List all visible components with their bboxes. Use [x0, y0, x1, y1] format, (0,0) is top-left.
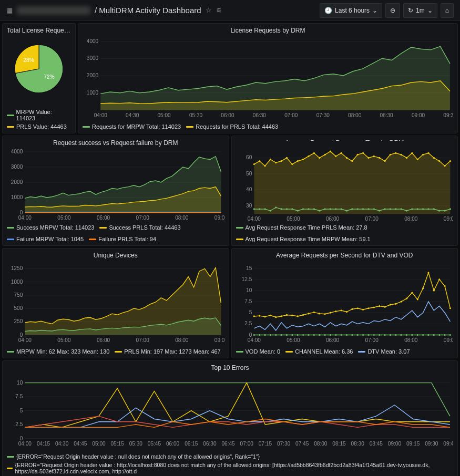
svg-point-104	[335, 208, 336, 210]
svg-text:2.5: 2.5	[15, 421, 23, 427]
svg-point-219	[351, 334, 353, 336]
svg-point-102	[324, 208, 325, 210]
zoom-out-button[interactable]: ⊖	[385, 3, 400, 18]
svg-text:09:30: 09:30	[425, 441, 438, 447]
legend-item[interactable]: Requests for PRLS Total: 44463	[186, 123, 278, 130]
svg-point-57	[280, 160, 282, 162]
svg-text:06:15: 06:15	[185, 441, 198, 447]
legend-item[interactable]: Failure MRPW Total: 1045	[7, 236, 84, 242]
legend-item[interactable]: PRLS Min: 197 Max: 1273 Mean: 467	[115, 348, 220, 355]
svg-text:04:00: 04:00	[247, 216, 261, 222]
svg-point-105	[340, 208, 342, 210]
svg-point-117	[405, 210, 407, 211]
svg-text:4000: 4000	[87, 38, 99, 44]
legend-item[interactable]: DTV Mean: 3.07	[358, 348, 410, 355]
svg-point-201	[253, 334, 254, 336]
legend: Requests for MRPW Total: 114023Requests …	[83, 123, 453, 130]
svg-text:06:00: 06:00	[325, 216, 339, 222]
zoom-out-icon: ⊖	[390, 7, 395, 14]
legend-item[interactable]: Success MRPW Total: 114023	[7, 224, 94, 231]
svg-text:05:00: 05:00	[158, 112, 171, 118]
svg-text:09:00: 09:00	[443, 216, 453, 222]
svg-point-176	[319, 313, 320, 314]
refresh-button[interactable]: ↻ 1m ⌄	[403, 3, 437, 18]
panel-rps: Average Requests per Second for DTV and …	[231, 248, 458, 358]
svg-point-85	[433, 157, 434, 159]
svg-point-91	[264, 208, 265, 210]
svg-point-202	[259, 334, 260, 336]
svg-point-84	[427, 152, 429, 153]
legend-item[interactable]: PRLS Value: 44463	[7, 123, 71, 130]
star-icon[interactable]: ☆	[206, 6, 212, 14]
dashboard-icon[interactable]: ▦	[6, 6, 13, 14]
legend-item[interactable]: {ERROR="Request Origin header value : ht…	[7, 462, 453, 474]
svg-point-118	[411, 208, 413, 210]
svg-point-203	[264, 334, 265, 336]
legend-item[interactable]: CHANNEL Mean: 6.36	[285, 348, 353, 355]
svg-text:07:00: 07:00	[136, 337, 150, 343]
svg-text:04:00: 04:00	[18, 215, 32, 221]
svg-point-233	[427, 334, 429, 336]
svg-point-64	[319, 157, 320, 159]
svg-point-83	[422, 153, 423, 155]
legend-item[interactable]: Avg Request Response Time PRLS Mean: 27.…	[236, 224, 367, 231]
svg-point-206	[280, 334, 282, 336]
legend-item[interactable]: {ERROR="Request Origin header value : nu…	[7, 453, 453, 460]
legend-item[interactable]: Avg Request Response Time MRPW Mean: 59.…	[236, 236, 371, 242]
legend-item[interactable]: MRPW Value: 114023	[7, 109, 71, 121]
svg-text:04:15: 04:15	[37, 441, 50, 447]
svg-text:05:30: 05:30	[129, 441, 143, 447]
svg-point-107	[351, 208, 353, 210]
svg-point-189	[389, 304, 391, 305]
svg-point-177	[324, 313, 325, 315]
breadcrumb[interactable]: / MultiDRM Activity Dashboard	[95, 6, 201, 15]
svg-text:06:30: 06:30	[253, 112, 267, 118]
svg-text:3000: 3000	[87, 55, 99, 61]
svg-point-164	[253, 315, 254, 317]
svg-text:05:00: 05:00	[287, 337, 300, 343]
svg-point-204	[269, 334, 271, 336]
svg-point-223	[373, 334, 374, 336]
svg-text:1000: 1000	[11, 194, 23, 200]
svg-point-103	[329, 208, 331, 210]
panel-title: Top 10 Errors	[7, 364, 453, 371]
tv-mode-button[interactable]: ⌂	[441, 3, 454, 18]
svg-point-101	[319, 210, 320, 211]
svg-text:05:00: 05:00	[57, 337, 71, 343]
legend-item[interactable]: Success PRLS Total: 44463	[99, 224, 180, 231]
svg-text:05:00: 05:00	[92, 441, 106, 447]
svg-point-95	[285, 208, 287, 210]
svg-point-225	[384, 334, 385, 336]
svg-point-182	[351, 308, 353, 310]
svg-point-62	[308, 155, 309, 157]
svg-point-116	[400, 208, 402, 210]
legend-item[interactable]: Failure PRLS Total: 94	[89, 236, 156, 242]
svg-text:4000: 4000	[11, 149, 23, 154]
share-icon[interactable]: ⚟	[216, 6, 222, 14]
svg-point-109	[362, 208, 363, 210]
svg-point-97	[297, 210, 298, 211]
svg-text:7.5: 7.5	[244, 298, 252, 304]
svg-point-63	[313, 152, 314, 153]
svg-point-168	[275, 316, 277, 318]
svg-point-181	[345, 311, 347, 313]
svg-point-71	[356, 153, 358, 155]
svg-point-214	[324, 334, 325, 336]
svg-text:05:30: 05:30	[189, 112, 203, 118]
panel-title: Request success vs Request failure by DR…	[7, 139, 224, 147]
svg-point-77	[389, 153, 391, 155]
svg-point-67	[335, 155, 336, 157]
svg-point-65	[324, 153, 325, 155]
svg-point-184	[362, 309, 363, 311]
legend-item[interactable]: VOD Mean: 0	[236, 348, 281, 355]
svg-point-218	[345, 334, 347, 336]
legend-item[interactable]: MRPW Min: 62 Max: 323 Mean: 130	[7, 348, 109, 355]
legend-item[interactable]: Requests for MRPW Total: 114023	[83, 123, 181, 130]
svg-text:05:45: 05:45	[148, 441, 161, 447]
svg-point-220	[356, 334, 358, 336]
svg-text:05:00: 05:00	[57, 215, 71, 221]
svg-point-232	[422, 334, 424, 336]
time-range-button[interactable]: 🕘 Last 6 hours ⌄	[320, 3, 382, 18]
svg-point-183	[356, 307, 358, 309]
svg-text:07:00: 07:00	[284, 112, 298, 118]
